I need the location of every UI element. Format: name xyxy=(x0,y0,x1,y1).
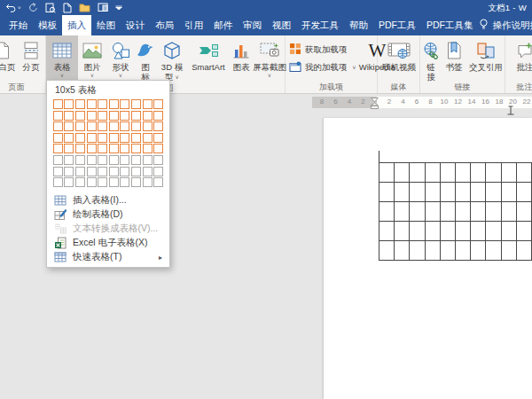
table-cell[interactable] xyxy=(486,183,501,202)
table-cell[interactable] xyxy=(486,163,501,183)
ribbon-button-形状[interactable]: 形状˅ xyxy=(106,35,135,82)
table-cell[interactable] xyxy=(410,163,425,183)
grid-cell-5x3[interactable] xyxy=(98,121,107,131)
grid-cell-5x7[interactable] xyxy=(98,167,107,176)
grid-cell-10x5[interactable] xyxy=(153,144,163,153)
table-cell[interactable] xyxy=(455,222,470,241)
ribbon-button-批注[interactable]: 批注 xyxy=(505,35,532,82)
table-cell[interactable] xyxy=(395,183,410,202)
menu-item-插入表格[interactable]: 插入表格(I)... xyxy=(47,193,169,207)
table-cell[interactable] xyxy=(425,241,440,261)
table-cell[interactable] xyxy=(516,183,531,202)
grid-cell-1x2[interactable] xyxy=(53,111,63,121)
ribbon-button-SmartArt[interactable]: SmartArt xyxy=(188,35,229,82)
grid-cell-7x2[interactable] xyxy=(120,111,129,121)
ribbon-button-联机视频[interactable]: 联机视频 xyxy=(378,35,420,82)
grid-cell-8x4[interactable] xyxy=(131,133,141,143)
table-cell[interactable] xyxy=(395,163,410,183)
redo-icon[interactable] xyxy=(28,3,38,12)
table-cell[interactable] xyxy=(410,241,425,261)
grid-cell-7x4[interactable] xyxy=(120,133,129,143)
grid-cell-6x7[interactable] xyxy=(109,167,119,176)
grid-cell-1x8[interactable] xyxy=(53,177,63,187)
table-cell[interactable] xyxy=(471,222,486,241)
ribbon-button-屏幕截图[interactable]: 屏幕截图˅ xyxy=(254,35,286,82)
grid-cell-1x6[interactable] xyxy=(53,155,63,165)
tab-帮助[interactable]: 帮助 xyxy=(344,15,373,35)
grid-cell-10x6[interactable] xyxy=(153,155,163,165)
grid-cell-5x5[interactable] xyxy=(98,144,107,153)
grid-cell-8x3[interactable] xyxy=(131,121,141,131)
new-document-icon[interactable] xyxy=(63,3,72,13)
table-cell[interactable] xyxy=(440,202,455,222)
tab-开发工具[interactable]: 开发工具 xyxy=(296,15,344,35)
table-cell[interactable] xyxy=(379,241,395,261)
table-cell[interactable] xyxy=(440,241,455,261)
table-cell[interactable] xyxy=(410,202,425,222)
table-cell[interactable] xyxy=(516,163,531,183)
grid-cell-9x8[interactable] xyxy=(143,177,153,187)
ribbon-button-分页[interactable]: 分页 xyxy=(18,35,44,82)
grid-cell-5x6[interactable] xyxy=(98,155,107,165)
grid-cell-2x6[interactable] xyxy=(64,155,74,165)
grid-cell-2x1[interactable] xyxy=(64,99,74,109)
grid-cell-3x4[interactable] xyxy=(75,133,85,143)
grid-cell-4x3[interactable] xyxy=(87,121,97,131)
grid-cell-8x8[interactable] xyxy=(131,177,141,187)
customize-qat-icon[interactable] xyxy=(115,5,122,10)
document-page[interactable] xyxy=(324,118,532,399)
table-cell[interactable] xyxy=(379,222,395,241)
table-cell[interactable] xyxy=(501,202,516,222)
table-cell[interactable] xyxy=(516,222,531,241)
grid-cell-9x1[interactable] xyxy=(143,99,153,109)
grid-cell-8x1[interactable] xyxy=(131,99,141,109)
grid-cell-4x5[interactable] xyxy=(87,144,97,153)
grid-cell-4x4[interactable] xyxy=(87,133,97,143)
tab-视图[interactable]: 视图 xyxy=(267,15,296,35)
table-cell[interactable] xyxy=(486,241,501,261)
grid-cell-9x6[interactable] xyxy=(143,155,153,165)
grid-cell-6x3[interactable] xyxy=(109,121,119,131)
grid-cell-8x5[interactable] xyxy=(131,144,141,153)
grid-cell-10x1[interactable] xyxy=(153,99,163,109)
table-cell[interactable] xyxy=(440,183,455,202)
table-cell[interactable] xyxy=(455,183,470,202)
table-cell[interactable] xyxy=(501,241,516,261)
grid-cell-6x4[interactable] xyxy=(109,133,119,143)
grid-cell-9x3[interactable] xyxy=(143,121,153,131)
ribbon-button-图表[interactable]: 图表 xyxy=(229,35,254,82)
ribbon-button-图标[interactable]: 图标 xyxy=(135,35,156,82)
grid-cell-3x6[interactable] xyxy=(75,155,85,165)
table-cell[interactable] xyxy=(471,183,486,202)
grid-cell-7x5[interactable] xyxy=(120,144,129,153)
grid-cell-6x6[interactable] xyxy=(109,155,119,165)
grid-cell-2x5[interactable] xyxy=(64,144,74,153)
table-cell[interactable] xyxy=(455,241,470,261)
grid-cell-5x2[interactable] xyxy=(98,111,107,121)
open-folder-icon[interactable] xyxy=(79,3,90,12)
table-cell[interactable] xyxy=(425,202,440,222)
tab-PDF工具[interactable]: PDF工具 xyxy=(373,15,421,35)
table-cell[interactable] xyxy=(379,183,395,202)
table-cell[interactable] xyxy=(425,183,440,202)
ribbon-button-我的加载项[interactable]: 我的加载项˅ xyxy=(289,60,356,74)
grid-cell-7x3[interactable] xyxy=(120,121,129,131)
table-cell[interactable] xyxy=(486,222,501,241)
grid-cell-6x2[interactable] xyxy=(109,111,119,121)
touch-mode-icon[interactable] xyxy=(98,3,108,12)
grid-cell-2x7[interactable] xyxy=(64,167,74,176)
table-cell[interactable] xyxy=(410,183,425,202)
tab-绘图[interactable]: 绘图 xyxy=(91,15,121,35)
table-cell[interactable] xyxy=(471,163,486,183)
undo-icon[interactable]: ˅ xyxy=(5,4,21,12)
table-cell[interactable] xyxy=(471,241,486,261)
table-cell[interactable] xyxy=(410,222,425,241)
grid-cell-3x3[interactable] xyxy=(75,121,85,131)
table-cell[interactable] xyxy=(425,163,440,183)
grid-cell-4x8[interactable] xyxy=(87,177,97,187)
table-cell[interactable] xyxy=(486,202,501,222)
grid-cell-2x8[interactable] xyxy=(64,177,74,187)
grid-cell-9x5[interactable] xyxy=(143,144,153,153)
grid-cell-8x2[interactable] xyxy=(131,111,141,121)
ribbon-button-3D 模型[interactable]: 3D 模型˅ xyxy=(156,35,188,82)
